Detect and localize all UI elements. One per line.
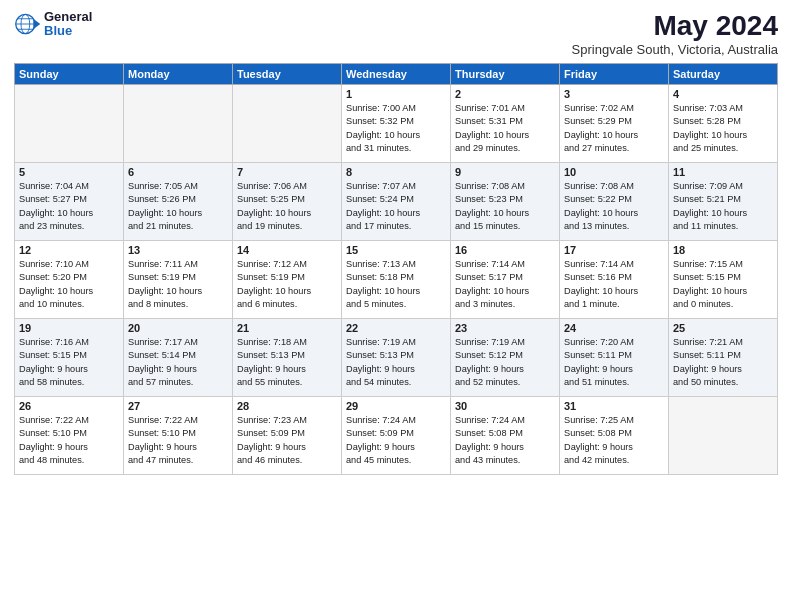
day-number: 4 bbox=[673, 88, 773, 100]
day-info: Sunrise: 7:25 AM Sunset: 5:08 PM Dayligh… bbox=[564, 414, 664, 467]
day-number: 25 bbox=[673, 322, 773, 334]
logo: General Blue bbox=[14, 10, 92, 39]
logo-icon bbox=[14, 10, 42, 38]
calendar-week-row: 1Sunrise: 7:00 AM Sunset: 5:32 PM Daylig… bbox=[15, 85, 778, 163]
calendar-cell: 29Sunrise: 7:24 AM Sunset: 5:09 PM Dayli… bbox=[342, 397, 451, 475]
day-number: 24 bbox=[564, 322, 664, 334]
calendar-cell: 5Sunrise: 7:04 AM Sunset: 5:27 PM Daylig… bbox=[15, 163, 124, 241]
calendar-cell bbox=[233, 85, 342, 163]
day-info: Sunrise: 7:02 AM Sunset: 5:29 PM Dayligh… bbox=[564, 102, 664, 155]
calendar-cell: 26Sunrise: 7:22 AM Sunset: 5:10 PM Dayli… bbox=[15, 397, 124, 475]
day-number: 11 bbox=[673, 166, 773, 178]
day-info: Sunrise: 7:00 AM Sunset: 5:32 PM Dayligh… bbox=[346, 102, 446, 155]
day-info: Sunrise: 7:13 AM Sunset: 5:18 PM Dayligh… bbox=[346, 258, 446, 311]
day-info: Sunrise: 7:17 AM Sunset: 5:14 PM Dayligh… bbox=[128, 336, 228, 389]
calendar-cell: 19Sunrise: 7:16 AM Sunset: 5:15 PM Dayli… bbox=[15, 319, 124, 397]
page: General Blue May 2024 Springvale South, … bbox=[0, 0, 792, 612]
day-number: 14 bbox=[237, 244, 337, 256]
calendar-header-saturday: Saturday bbox=[669, 64, 778, 85]
day-number: 16 bbox=[455, 244, 555, 256]
day-info: Sunrise: 7:20 AM Sunset: 5:11 PM Dayligh… bbox=[564, 336, 664, 389]
day-info: Sunrise: 7:18 AM Sunset: 5:13 PM Dayligh… bbox=[237, 336, 337, 389]
calendar-header-sunday: Sunday bbox=[15, 64, 124, 85]
calendar-cell: 6Sunrise: 7:05 AM Sunset: 5:26 PM Daylig… bbox=[124, 163, 233, 241]
day-number: 22 bbox=[346, 322, 446, 334]
day-info: Sunrise: 7:06 AM Sunset: 5:25 PM Dayligh… bbox=[237, 180, 337, 233]
calendar-header-monday: Monday bbox=[124, 64, 233, 85]
calendar-cell: 18Sunrise: 7:15 AM Sunset: 5:15 PM Dayli… bbox=[669, 241, 778, 319]
calendar-cell: 17Sunrise: 7:14 AM Sunset: 5:16 PM Dayli… bbox=[560, 241, 669, 319]
day-info: Sunrise: 7:15 AM Sunset: 5:15 PM Dayligh… bbox=[673, 258, 773, 311]
day-number: 2 bbox=[455, 88, 555, 100]
calendar-cell bbox=[15, 85, 124, 163]
calendar-cell: 25Sunrise: 7:21 AM Sunset: 5:11 PM Dayli… bbox=[669, 319, 778, 397]
calendar-header-wednesday: Wednesday bbox=[342, 64, 451, 85]
day-info: Sunrise: 7:24 AM Sunset: 5:09 PM Dayligh… bbox=[346, 414, 446, 467]
day-number: 19 bbox=[19, 322, 119, 334]
day-number: 27 bbox=[128, 400, 228, 412]
day-number: 20 bbox=[128, 322, 228, 334]
day-info: Sunrise: 7:09 AM Sunset: 5:21 PM Dayligh… bbox=[673, 180, 773, 233]
day-number: 18 bbox=[673, 244, 773, 256]
calendar-cell: 23Sunrise: 7:19 AM Sunset: 5:12 PM Dayli… bbox=[451, 319, 560, 397]
calendar-cell: 12Sunrise: 7:10 AM Sunset: 5:20 PM Dayli… bbox=[15, 241, 124, 319]
calendar-cell: 16Sunrise: 7:14 AM Sunset: 5:17 PM Dayli… bbox=[451, 241, 560, 319]
day-number: 15 bbox=[346, 244, 446, 256]
day-info: Sunrise: 7:22 AM Sunset: 5:10 PM Dayligh… bbox=[19, 414, 119, 467]
day-info: Sunrise: 7:12 AM Sunset: 5:19 PM Dayligh… bbox=[237, 258, 337, 311]
month-year: May 2024 bbox=[572, 10, 778, 42]
day-number: 9 bbox=[455, 166, 555, 178]
day-number: 17 bbox=[564, 244, 664, 256]
day-info: Sunrise: 7:03 AM Sunset: 5:28 PM Dayligh… bbox=[673, 102, 773, 155]
day-number: 1 bbox=[346, 88, 446, 100]
calendar-cell bbox=[124, 85, 233, 163]
calendar-cell: 13Sunrise: 7:11 AM Sunset: 5:19 PM Dayli… bbox=[124, 241, 233, 319]
day-info: Sunrise: 7:21 AM Sunset: 5:11 PM Dayligh… bbox=[673, 336, 773, 389]
calendar-cell: 28Sunrise: 7:23 AM Sunset: 5:09 PM Dayli… bbox=[233, 397, 342, 475]
day-number: 8 bbox=[346, 166, 446, 178]
day-number: 10 bbox=[564, 166, 664, 178]
logo-text: General Blue bbox=[44, 10, 92, 39]
day-number: 3 bbox=[564, 88, 664, 100]
calendar-cell: 14Sunrise: 7:12 AM Sunset: 5:19 PM Dayli… bbox=[233, 241, 342, 319]
day-number: 31 bbox=[564, 400, 664, 412]
day-number: 12 bbox=[19, 244, 119, 256]
calendar-cell: 3Sunrise: 7:02 AM Sunset: 5:29 PM Daylig… bbox=[560, 85, 669, 163]
calendar-header-thursday: Thursday bbox=[451, 64, 560, 85]
svg-marker-6 bbox=[33, 19, 40, 30]
calendar-cell: 27Sunrise: 7:22 AM Sunset: 5:10 PM Dayli… bbox=[124, 397, 233, 475]
calendar-cell: 15Sunrise: 7:13 AM Sunset: 5:18 PM Dayli… bbox=[342, 241, 451, 319]
calendar-table: SundayMondayTuesdayWednesdayThursdayFrid… bbox=[14, 63, 778, 475]
calendar-cell: 24Sunrise: 7:20 AM Sunset: 5:11 PM Dayli… bbox=[560, 319, 669, 397]
calendar-cell: 21Sunrise: 7:18 AM Sunset: 5:13 PM Dayli… bbox=[233, 319, 342, 397]
calendar-cell: 22Sunrise: 7:19 AM Sunset: 5:13 PM Dayli… bbox=[342, 319, 451, 397]
calendar-header-row: SundayMondayTuesdayWednesdayThursdayFrid… bbox=[15, 64, 778, 85]
calendar-week-row: 19Sunrise: 7:16 AM Sunset: 5:15 PM Dayli… bbox=[15, 319, 778, 397]
calendar-cell: 2Sunrise: 7:01 AM Sunset: 5:31 PM Daylig… bbox=[451, 85, 560, 163]
calendar-cell: 9Sunrise: 7:08 AM Sunset: 5:23 PM Daylig… bbox=[451, 163, 560, 241]
calendar-cell: 20Sunrise: 7:17 AM Sunset: 5:14 PM Dayli… bbox=[124, 319, 233, 397]
calendar-week-row: 12Sunrise: 7:10 AM Sunset: 5:20 PM Dayli… bbox=[15, 241, 778, 319]
calendar-week-row: 26Sunrise: 7:22 AM Sunset: 5:10 PM Dayli… bbox=[15, 397, 778, 475]
day-info: Sunrise: 7:01 AM Sunset: 5:31 PM Dayligh… bbox=[455, 102, 555, 155]
header: General Blue May 2024 Springvale South, … bbox=[14, 10, 778, 57]
day-number: 28 bbox=[237, 400, 337, 412]
day-info: Sunrise: 7:23 AM Sunset: 5:09 PM Dayligh… bbox=[237, 414, 337, 467]
calendar-header-tuesday: Tuesday bbox=[233, 64, 342, 85]
calendar-cell: 4Sunrise: 7:03 AM Sunset: 5:28 PM Daylig… bbox=[669, 85, 778, 163]
day-info: Sunrise: 7:16 AM Sunset: 5:15 PM Dayligh… bbox=[19, 336, 119, 389]
calendar-cell: 8Sunrise: 7:07 AM Sunset: 5:24 PM Daylig… bbox=[342, 163, 451, 241]
day-number: 5 bbox=[19, 166, 119, 178]
day-number: 30 bbox=[455, 400, 555, 412]
day-info: Sunrise: 7:10 AM Sunset: 5:20 PM Dayligh… bbox=[19, 258, 119, 311]
day-info: Sunrise: 7:14 AM Sunset: 5:17 PM Dayligh… bbox=[455, 258, 555, 311]
title-block: May 2024 Springvale South, Victoria, Aus… bbox=[572, 10, 778, 57]
day-info: Sunrise: 7:07 AM Sunset: 5:24 PM Dayligh… bbox=[346, 180, 446, 233]
day-number: 13 bbox=[128, 244, 228, 256]
day-number: 26 bbox=[19, 400, 119, 412]
day-number: 7 bbox=[237, 166, 337, 178]
calendar-cell: 10Sunrise: 7:08 AM Sunset: 5:22 PM Dayli… bbox=[560, 163, 669, 241]
day-number: 21 bbox=[237, 322, 337, 334]
day-info: Sunrise: 7:22 AM Sunset: 5:10 PM Dayligh… bbox=[128, 414, 228, 467]
day-info: Sunrise: 7:24 AM Sunset: 5:08 PM Dayligh… bbox=[455, 414, 555, 467]
